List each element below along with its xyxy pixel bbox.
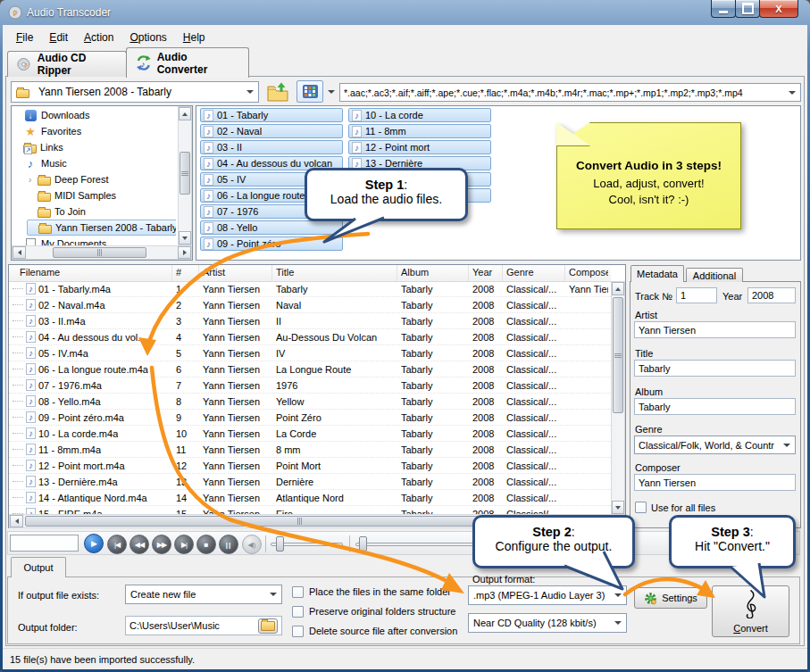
checkbox[interactable] xyxy=(292,626,304,637)
menu-item[interactable]: Action xyxy=(76,29,121,46)
tree-item[interactable]: › To Join xyxy=(27,203,88,220)
output-folder-field[interactable]: C:\Users\User\Music xyxy=(125,616,282,635)
table-row[interactable]: 11 - 8mm.m4a 11 Yann Tiersen 8 mm Tabarl… xyxy=(9,442,611,458)
column-header[interactable]: # xyxy=(172,265,199,281)
column-header[interactable]: Filename xyxy=(9,265,172,281)
scroll-thumb[interactable] xyxy=(180,152,190,195)
table-row[interactable]: 08 - Yello.m4a 8 Yann Tiersen Yellow Tab… xyxy=(9,394,611,410)
next-button[interactable]: ▶| xyxy=(174,535,194,554)
composer-field[interactable]: Yann Tiersen xyxy=(634,474,796,491)
table-row[interactable]: 05 - IV.m4a 5 Yann Tiersen IV Tabarly 20… xyxy=(9,345,611,361)
maximize-button[interactable] xyxy=(735,0,760,18)
scroll-thumb[interactable] xyxy=(53,247,146,258)
column-header[interactable]: Title xyxy=(272,265,397,281)
settings-button[interactable]: Settings xyxy=(634,587,707,609)
title-field[interactable]: Tabarly xyxy=(634,360,796,377)
menu-item[interactable]: Edit xyxy=(41,29,76,46)
file-item[interactable]: 03 - II xyxy=(200,140,343,154)
quality-select[interactable]: Near CD Quality (128 kbit/s) xyxy=(468,613,627,633)
column-header[interactable]: Year xyxy=(469,265,503,281)
table-row[interactable]: 14 - Atlantique Nord.m4a 14 Yann Tiersen… xyxy=(9,490,611,506)
table-row[interactable]: 10 - La corde.m4a 10 Yann Tiersen La Cor… xyxy=(9,426,611,442)
tree-item[interactable]: › MIDI Samples xyxy=(27,187,118,203)
table-row[interactable]: 09 - Point zéro.m4a 9 Yann Tiersen Point… xyxy=(9,410,611,426)
volume-slider-thumb[interactable] xyxy=(359,536,367,552)
tab-metadata[interactable]: Metadata xyxy=(630,265,684,282)
scroll-thumb[interactable] xyxy=(613,297,623,413)
column-header[interactable]: Genre xyxy=(503,265,565,281)
view-mode-dropdown[interactable] xyxy=(325,80,338,103)
menu-item[interactable]: Help xyxy=(175,29,213,46)
table-row[interactable]: 01 - Tabarly.m4a 1 Yann Tiersen Tabarly … xyxy=(9,281,611,297)
album-field[interactable]: Tabarly xyxy=(634,398,796,415)
minimize-button[interactable] xyxy=(711,0,736,18)
use-for-all-files-checkbox[interactable] xyxy=(635,502,647,513)
tab-output[interactable]: Output xyxy=(11,557,66,577)
rewind-button[interactable]: ◀◀ xyxy=(129,535,149,554)
folder-combobox[interactable]: Yann Tiersen 2008 - Tabarly xyxy=(11,81,259,103)
up-folder-button[interactable] xyxy=(264,79,291,104)
pause-icon: || xyxy=(226,541,231,549)
table-row[interactable]: 12 - Point mort.m4a 12 Yann Tiersen Poin… xyxy=(9,458,611,474)
expander-icon[interactable]: › xyxy=(29,175,38,185)
stop-button[interactable]: ■ xyxy=(196,535,216,554)
play-icon: ▶ xyxy=(91,539,96,548)
file-item[interactable]: 10 - La corde xyxy=(348,108,491,122)
view-mode-button[interactable] xyxy=(296,80,323,103)
close-button[interactable]: X xyxy=(759,0,798,18)
table-row[interactable]: 04 - Au dessous du vol... 4 Yann Tiersen… xyxy=(9,329,611,345)
checkbox-row[interactable]: Delete source file after conversion xyxy=(292,621,457,641)
output-format-select[interactable]: .mp3 (MPEG-1 Audio Layer 3) xyxy=(468,585,627,605)
tree-vertical-scrollbar[interactable] xyxy=(178,106,192,245)
tree-horizontal-scrollbar[interactable] xyxy=(12,245,192,260)
file-item[interactable]: 02 - Naval xyxy=(200,124,343,138)
tree-item[interactable]: › Deep Forest xyxy=(27,171,111,187)
track-number-field[interactable]: 1 xyxy=(676,287,717,303)
column-header[interactable]: Album xyxy=(397,265,469,281)
exists-select[interactable]: Create new file xyxy=(125,585,282,604)
column-header[interactable]: Composer xyxy=(565,265,608,281)
seek-slider-thumb[interactable] xyxy=(276,536,284,552)
browse-folder-button[interactable] xyxy=(258,618,278,634)
checkbox[interactable] xyxy=(292,586,304,598)
checkbox[interactable] xyxy=(292,606,304,618)
cell-filename: 01 - Tabarly.m4a xyxy=(38,284,111,295)
scroll-left-icon xyxy=(18,250,21,255)
filter-combobox[interactable]: *.aac;*.ac3;*.aif;*.aiff;*.ape;*.cue;*.f… xyxy=(339,83,801,102)
menu-item[interactable]: File xyxy=(8,29,41,46)
file-item[interactable]: 11 - 8mm xyxy=(348,124,491,138)
table-vertical-scrollbar[interactable] xyxy=(611,281,625,515)
table-row[interactable]: 03 - II.m4a 3 Yann Tiersen II Tabarly 20… xyxy=(9,313,611,329)
file-item[interactable]: 01 - Tabarly xyxy=(200,108,343,122)
artist-field[interactable]: Yann Tiersen xyxy=(634,321,796,338)
checkbox-row[interactable]: Preserve original folders structure xyxy=(292,601,457,621)
tab-audio-cd-ripper[interactable]: ♪ Audio CD Ripper xyxy=(7,51,127,77)
tree-item[interactable]: › Music xyxy=(13,155,69,171)
file-item[interactable]: 09 - Point zéro xyxy=(200,236,343,251)
file-item[interactable]: 12 - Point mort xyxy=(348,140,491,154)
table-row[interactable]: 02 - Naval.m4a 2 Yann Tiersen Naval Taba… xyxy=(9,297,611,313)
tree-item[interactable]: › Downloads xyxy=(13,107,91,123)
menu-item[interactable]: Options xyxy=(121,29,174,46)
table-row[interactable]: 13 - Dernière.m4a 13 Yann Tiersen Derniè… xyxy=(9,474,611,490)
fast-forward-button[interactable]: ▶▶ xyxy=(152,535,171,554)
title-bar[interactable]: ♪ Audio Transcoder X xyxy=(0,0,810,25)
tree-item[interactable]: › My Documents xyxy=(13,236,108,245)
checkbox-row[interactable]: Place the files in the same folder xyxy=(292,582,457,601)
volume-button[interactable]: ◀) xyxy=(242,535,262,554)
previous-button[interactable]: |◀ xyxy=(107,535,127,554)
file-item[interactable]: 08 - Yello xyxy=(200,220,343,235)
tree-item[interactable]: › Favorites xyxy=(13,123,83,139)
table-row[interactable]: 07 - 1976.m4a 7 Yann Tiersen 1976 Tabarl… xyxy=(9,377,611,394)
tab-additional[interactable]: Additional xyxy=(686,268,743,282)
tab-audio-converter[interactable]: ♪ Audio Converter xyxy=(126,47,249,78)
tree-item[interactable]: › Links xyxy=(13,139,65,155)
pause-button[interactable]: || xyxy=(219,535,238,554)
table-row[interactable]: 06 - La longue route.m4a 6 Yann Tiersen … xyxy=(9,361,611,377)
play-button[interactable]: ▶ xyxy=(84,534,104,553)
tree-item[interactable]: › Yann Tiersen 2008 - Tabarly xyxy=(27,220,176,236)
year-field[interactable]: 2008 xyxy=(747,287,796,303)
column-header[interactable]: Artist xyxy=(199,265,272,281)
convert-button[interactable]: Convert xyxy=(712,585,789,637)
genre-select[interactable]: Classical/Folk, World, & Countr xyxy=(634,436,796,454)
